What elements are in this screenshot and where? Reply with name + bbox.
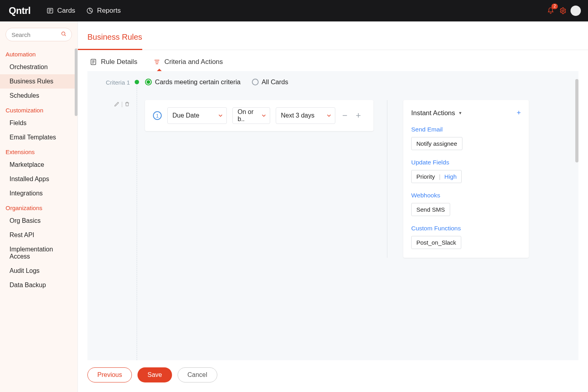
sidebar-item-installed-apps[interactable]: Installed Apps (0, 172, 77, 186)
main: Business Rules Rule Details Criteria and… (78, 21, 588, 392)
section-update-fields: Update Fields Priority | High (411, 159, 521, 183)
section-extensions: Extensions (0, 145, 77, 158)
rule-details-icon (90, 58, 97, 66)
footer: Previous Save Cancel (78, 360, 588, 392)
chevron-down-icon (262, 114, 266, 118)
field-select-value: Due Date (172, 112, 199, 119)
chip-priority-high[interactable]: Priority | High (411, 170, 462, 183)
sidebar-item-audit-logs[interactable]: Audit Logs (0, 264, 77, 278)
previous-button[interactable]: Previous (87, 367, 132, 382)
settings-button[interactable] (559, 7, 567, 14)
radio-specific-label: Cards meeting certain criteria (155, 78, 241, 86)
criteria-tools: | (87, 101, 130, 107)
actions-panel: Instant Actions ▼ + Send Email Notify as… (403, 100, 529, 258)
page-title: Business Rules (78, 33, 142, 50)
chip-send-sms[interactable]: Send SMS (411, 203, 450, 216)
value-select[interactable]: Next 3 days (276, 107, 335, 124)
operator-select[interactable]: On or b.. (232, 107, 270, 124)
heading-custom-functions: Custom Functions (411, 225, 521, 232)
heading-webhooks: Webhooks (411, 192, 521, 199)
criteria-column: Criteria 1 | (87, 71, 133, 360)
search-wrap (0, 28, 77, 47)
sidebar-item-email-templates[interactable]: Email Templates (0, 130, 77, 145)
delete-icon[interactable] (124, 101, 130, 107)
field-select[interactable]: Due Date (167, 107, 227, 124)
edit-icon[interactable] (114, 101, 120, 107)
tab-criteria-actions[interactable]: Criteria and Actions (153, 58, 223, 66)
heading-send-email: Send Email (411, 126, 521, 133)
sidebar: Automation Orchestration Business Rules … (0, 21, 78, 392)
nav-cards-label: Cards (57, 7, 75, 15)
radio-dot-selected (145, 79, 152, 85)
chip-post-on-slack[interactable]: Post_on_Slack (411, 236, 461, 249)
top-nav: Cards Reports (39, 7, 121, 15)
add-action-button[interactable]: + (516, 109, 521, 117)
condition-card: 1 Due Date On or b.. (145, 100, 373, 131)
notifications-button[interactable]: 2 (546, 6, 555, 15)
condition-row: 1 Due Date On or b.. (145, 100, 574, 258)
section-organizations: Organizations (0, 201, 77, 214)
sidebar-item-schedules[interactable]: Schedules (0, 89, 77, 103)
criteria-body: Cards meeting certain criteria All Cards… (141, 71, 578, 360)
section-automation: Automation (0, 47, 77, 60)
section-customization: Customization (0, 103, 77, 116)
save-button[interactable]: Save (137, 367, 172, 382)
radio-all-label: All Cards (262, 78, 288, 86)
search-input[interactable] (6, 28, 72, 41)
chip-separator: | (439, 173, 441, 180)
add-condition-button[interactable]: + (354, 110, 362, 121)
section-webhooks: Webhooks Send SMS (411, 192, 521, 216)
cancel-button[interactable]: Cancel (178, 367, 217, 382)
sidebar-item-implementation-access[interactable]: Implementation Access (0, 242, 77, 264)
nav-cards[interactable]: Cards (46, 7, 75, 15)
operator-select-value: On or b.. (238, 108, 259, 123)
sidebar-item-orchestration[interactable]: Orchestration (0, 60, 77, 74)
cards-icon (46, 7, 54, 14)
chip-field-value: High (445, 173, 457, 180)
sidebar-scrollbar[interactable] (75, 48, 77, 116)
value-select-value: Next 3 days (281, 112, 314, 119)
top-right: 2 (546, 6, 588, 16)
avatar[interactable] (571, 6, 581, 16)
sidebar-item-marketplace[interactable]: Marketplace (0, 158, 77, 172)
tab-rule-details-label: Rule Details (101, 58, 137, 66)
tab-rule-details[interactable]: Rule Details (90, 58, 137, 66)
timeline-dot (135, 80, 139, 84)
notification-badge: 2 (551, 4, 558, 9)
actions-title[interactable]: Instant Actions ▼ (411, 109, 462, 117)
nav-reports-label: Reports (97, 7, 121, 15)
sidebar-item-integrations[interactable]: Integrations (0, 186, 77, 201)
radio-all-cards[interactable]: All Cards (252, 78, 288, 86)
chevron-down-icon (327, 114, 331, 118)
sidebar-item-rest-api[interactable]: Rest API (0, 228, 77, 242)
heading-update-fields: Update Fields (411, 159, 521, 166)
sidebar-item-fields[interactable]: Fields (0, 116, 77, 130)
section-custom-functions: Custom Functions Post_on_Slack (411, 225, 521, 249)
sidebar-item-data-backup[interactable]: Data Backup (0, 278, 77, 292)
remove-condition-button[interactable]: − (341, 110, 349, 121)
step-number: 1 (153, 111, 162, 120)
actions-title-label: Instant Actions (411, 109, 455, 117)
chip-notify-assignee[interactable]: Notify assignee (411, 137, 462, 150)
chevron-down-icon (219, 114, 222, 118)
sidebar-item-business-rules[interactable]: Business Rules (0, 74, 77, 89)
radio-specific-cards[interactable]: Cards meeting certain criteria (145, 78, 241, 86)
tool-divider: | (121, 101, 123, 107)
tab-criteria-actions-label: Criteria and Actions (164, 58, 223, 66)
actions-title-row: Instant Actions ▼ + (411, 109, 521, 117)
timeline (133, 71, 141, 360)
nav-reports[interactable]: Reports (86, 7, 121, 15)
criteria-label: Criteria 1 (87, 79, 130, 86)
section-send-email: Send Email Notify assignee (411, 126, 521, 150)
reports-icon (86, 7, 93, 14)
vertical-separator (387, 100, 387, 258)
radio-dot-unselected (252, 79, 259, 85)
svg-point-2 (562, 10, 564, 12)
page-header: Business Rules (78, 21, 588, 50)
brand-logo[interactable]: Qntrl (0, 0, 39, 21)
workspace: Criteria 1 | Cards (87, 71, 578, 360)
sidebar-item-org-basics[interactable]: Org Basics (0, 214, 77, 228)
workspace-scrollbar[interactable] (575, 79, 578, 162)
tabs: Rule Details Criteria and Actions (78, 50, 588, 70)
criteria-actions-icon (153, 58, 161, 66)
